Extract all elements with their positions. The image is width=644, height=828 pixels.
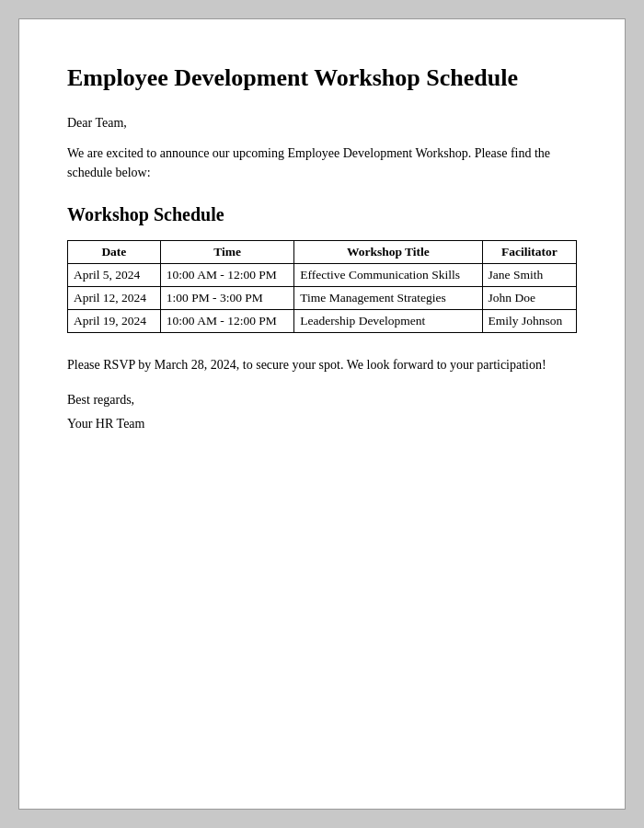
row-1-time: 1:00 PM - 3:00 PM — [160, 286, 294, 309]
rsvp-text: Please RSVP by March 28, 2024, to secure… — [67, 355, 577, 374]
greeting-text: Dear Team, — [67, 116, 577, 131]
row-2-facilitator: Emily Johnson — [482, 309, 576, 332]
row-1-facilitator: John Doe — [482, 286, 576, 309]
page-title: Employee Development Workshop Schedule — [67, 63, 577, 94]
col-header-facilitator: Facilitator — [482, 240, 576, 263]
col-header-time: Time — [160, 240, 294, 263]
row-0-facilitator: Jane Smith — [482, 263, 576, 286]
regards-text: Best regards, — [67, 393, 577, 408]
table-row: April 19, 202410:00 AM - 12:00 PMLeaders… — [68, 309, 577, 332]
row-2-time: 10:00 AM - 12:00 PM — [160, 309, 294, 332]
schedule-table: Date Time Workshop Title Facilitator Apr… — [67, 240, 577, 333]
row-0-time: 10:00 AM - 12:00 PM — [160, 263, 294, 286]
col-header-title: Workshop Title — [294, 240, 482, 263]
row-1-workshop-title: Time Management Strategies — [294, 286, 482, 309]
table-row: April 5, 202410:00 AM - 12:00 PMEffectiv… — [68, 263, 577, 286]
signature-text: Your HR Team — [67, 417, 577, 431]
row-0-date: April 5, 2024 — [68, 263, 161, 286]
row-0-workshop-title: Effective Communication Skills — [294, 263, 482, 286]
table-header-row: Date Time Workshop Title Facilitator — [68, 240, 577, 263]
row-2-date: April 19, 2024 — [68, 309, 161, 332]
table-row: April 12, 20241:00 PM - 3:00 PMTime Mana… — [68, 286, 577, 309]
section-title: Workshop Schedule — [67, 204, 577, 225]
intro-text: We are excited to announce our upcoming … — [67, 144, 577, 182]
row-2-workshop-title: Leadership Development — [294, 309, 482, 332]
row-1-date: April 12, 2024 — [68, 286, 161, 309]
page-container: Employee Development Workshop Schedule D… — [18, 18, 626, 810]
col-header-date: Date — [68, 240, 161, 263]
